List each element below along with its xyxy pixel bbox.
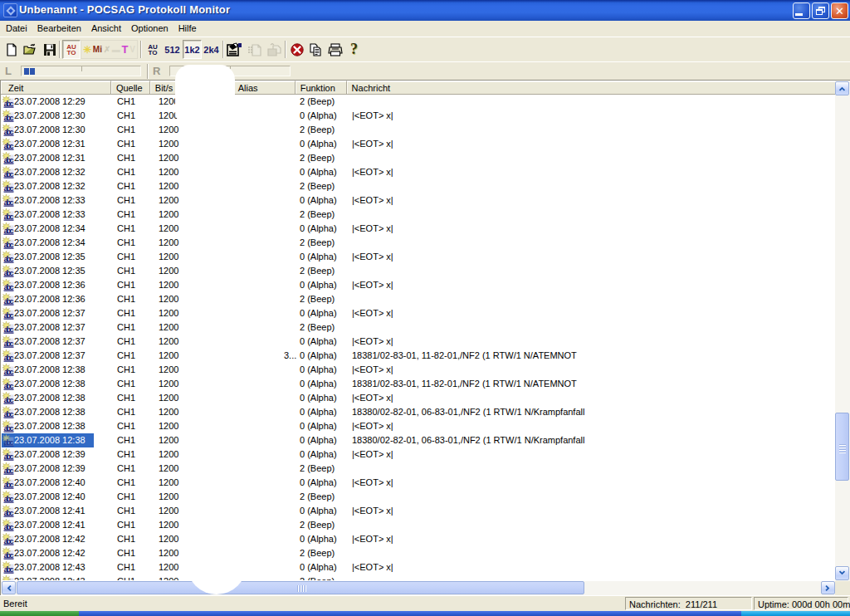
table-row[interactable]: abc23.07.2008 12:42CH112002 (Beep) <box>1 546 835 560</box>
table-row[interactable]: abc23.07.2008 12:37CH112000 (Alpha)|<EOT… <box>1 335 835 349</box>
abc-message-icon: abc <box>2 462 14 475</box>
table-row[interactable]: abc23.07.2008 12:35CH112000 (Alpha)|<EOT… <box>1 250 835 264</box>
cell-bits: 1200 <box>159 407 178 417</box>
menu-optionen[interactable]: Optionen <box>126 22 173 36</box>
start-button-fragment[interactable] <box>0 611 79 616</box>
table-row[interactable]: abc23.07.2008 12:38CH112000 (Alpha)18381… <box>1 377 835 391</box>
minimize-button[interactable] <box>793 2 810 19</box>
cell-funktion: 0 (Alpha) <box>300 407 337 417</box>
rate-512-button[interactable]: 512 <box>163 40 182 59</box>
table-row[interactable]: abc23.07.2008 12:33CH112000 (Alpha)|<EOT… <box>1 193 835 208</box>
table-row[interactable]: abc23.07.2008 12:29CH112002 (Beep) <box>1 95 835 109</box>
table-row[interactable]: abc23.07.2008 12:37CH112002 (Beep) <box>1 320 835 335</box>
cell-funktion: 2 (Beep) <box>300 209 335 219</box>
table-row[interactable]: abc23.07.2008 12:41CH112000 (Alpha)|<EOT… <box>1 504 835 518</box>
cell-quelle: CH1 <box>117 534 135 544</box>
print-button[interactable] <box>325 40 344 59</box>
table-row[interactable]: abc23.07.2008 12:35CH112002 (Beep) <box>1 264 835 278</box>
cell-zeit: 23.07.2008 12:38 <box>14 407 85 417</box>
table-row[interactable]: abc23.07.2008 12:38CH112000 (Alpha)18380… <box>1 433 835 447</box>
level-meter-right <box>169 66 291 76</box>
save-button[interactable] <box>40 40 59 59</box>
vertical-scroll-thumb[interactable] <box>835 413 849 481</box>
cell-zeit: 23.07.2008 12:36 <box>14 294 85 304</box>
cell-zeit: 23.07.2008 12:37 <box>14 308 85 318</box>
table-row[interactable]: abc23.07.2008 12:37CH112003...0 (Alpha)1… <box>1 349 835 363</box>
restore-icon <box>816 7 825 15</box>
table-row[interactable]: abc23.07.2008 12:31CH112002 (Beep) <box>1 151 835 165</box>
column-header-quelle[interactable]: Quelle <box>111 81 150 95</box>
cell-funktion: 0 (Alpha) <box>300 364 337 374</box>
cell-funktion: 2 (Beep) <box>300 153 335 163</box>
horizontal-scrollbar[interactable] <box>1 581 836 595</box>
table-row[interactable]: abc23.07.2008 12:40CH112002 (Beep) <box>1 490 835 504</box>
table-row[interactable]: abc23.07.2008 12:38CH112000 (Alpha)|<EOT… <box>1 363 835 377</box>
cell-funktion: 2 (Beep) <box>300 322 335 332</box>
scroll-down-button[interactable] <box>835 566 849 580</box>
help-button[interactable]: ? <box>344 40 364 59</box>
table-row[interactable]: abc23.07.2008 12:32CH112000 (Alpha)|<EOT… <box>1 165 835 179</box>
auto-rate-button[interactable]: AUTO <box>144 40 162 59</box>
cell-bits: 1200 <box>159 308 178 318</box>
cell-bits: 1200 <box>159 110 178 120</box>
export-button-disabled[interactable] <box>264 40 283 59</box>
table-row[interactable]: abc23.07.2008 12:39CH112000 (Alpha)|<EOT… <box>1 447 835 462</box>
copy-button[interactable] <box>306 40 325 59</box>
svg-text:abc: abc <box>4 565 14 574</box>
abc-message-icon: abc <box>2 533 14 545</box>
cell-quelle: CH1 <box>117 322 135 332</box>
table-row[interactable]: abc23.07.2008 12:36CH112000 (Alpha)|<EOT… <box>1 278 835 292</box>
cell-funktion: 0 (Alpha) <box>300 350 337 360</box>
column-header-bit-s[interactable]: Bit/s <box>150 81 233 95</box>
table-row[interactable]: abc23.07.2008 12:36CH112002 (Beep) <box>1 292 835 306</box>
table-row[interactable]: abc23.07.2008 12:42CH112000 (Alpha)|<EOT… <box>1 532 835 546</box>
thumb-grip <box>300 585 300 592</box>
rate-2k4-button[interactable]: 2k4 <box>202 40 221 59</box>
paste-button-disabled[interactable] <box>245 40 264 59</box>
table-row[interactable]: abc23.07.2008 12:34CH112002 (Beep) <box>1 236 835 250</box>
close-button[interactable]: ✕ <box>831 2 848 19</box>
chevron-left-icon <box>5 584 12 592</box>
menu-hilfe[interactable]: Hilfe <box>173 22 202 36</box>
table-row[interactable]: abc23.07.2008 12:43CH112002 (Beep) <box>1 574 835 580</box>
table-row[interactable]: abc23.07.2008 12:34CH112000 (Alpha)|<EOT… <box>1 222 835 236</box>
menu-datei[interactable]: Datei <box>1 22 32 36</box>
table-row[interactable]: abc23.07.2008 12:33CH112002 (Beep) <box>1 208 835 222</box>
table-row[interactable]: abc23.07.2008 12:39CH112002 (Beep) <box>1 462 835 476</box>
column-header-nachricht[interactable]: Nachricht <box>347 81 835 95</box>
column-header-zeit[interactable]: Zeit <box>1 81 111 95</box>
column-header-funktion[interactable]: Funktion <box>296 81 347 95</box>
cell-quelle: CH1 <box>117 96 135 106</box>
new-file-button[interactable] <box>2 40 21 59</box>
vertical-scrollbar[interactable] <box>835 81 850 581</box>
restore-button[interactable] <box>812 2 829 19</box>
table-row[interactable]: abc23.07.2008 12:30CH112002 (Beep) <box>1 123 835 137</box>
rate-1k2-button[interactable]: 1k2 <box>183 40 202 59</box>
table-row[interactable]: abc23.07.2008 12:37CH112000 (Alpha)|<EOT… <box>1 306 835 320</box>
menu-ansicht[interactable]: Ansicht <box>86 22 126 36</box>
scroll-right-button[interactable] <box>821 581 835 594</box>
table-row[interactable]: abc23.07.2008 12:41CH112002 (Beep) <box>1 518 835 532</box>
column-header-alias[interactable]: Alias <box>233 81 296 95</box>
thumb-grip <box>839 444 846 445</box>
toolbar-separator <box>285 41 286 58</box>
scroll-left-button[interactable] <box>2 581 16 594</box>
open-file-button[interactable] <box>21 40 40 59</box>
table-row[interactable]: abc23.07.2008 12:40CH112000 (Alpha)|<EOT… <box>1 476 835 490</box>
properties-button[interactable] <box>225 40 244 59</box>
table-row[interactable]: abc23.07.2008 12:30CH112000 (Alpha)|<EOT… <box>1 109 835 123</box>
table-row[interactable]: abc23.07.2008 12:32CH112002 (Beep) <box>1 179 835 193</box>
delete-all-button[interactable] <box>287 40 306 59</box>
scroll-up-button[interactable] <box>835 81 849 95</box>
horizontal-scroll-thumb[interactable] <box>17 581 584 594</box>
table-row[interactable]: abc23.07.2008 12:43CH112000 (Alpha)|<EOT… <box>1 560 835 574</box>
table-row[interactable]: abc23.07.2008 12:38CH112000 (Alpha)|<EOT… <box>1 419 835 433</box>
svg-text:abc: abc <box>4 254 14 263</box>
table-row[interactable]: abc23.07.2008 12:38CH112000 (Alpha)|<EOT… <box>1 391 835 405</box>
abc-message-icon: abc <box>2 208 14 221</box>
auto-rx-button[interactable]: AUTO <box>62 40 81 59</box>
table-row[interactable]: abc23.07.2008 12:31CH112000 (Alpha)|<EOT… <box>1 137 835 151</box>
abc-message-icon: abc <box>2 222 14 235</box>
table-row[interactable]: abc23.07.2008 12:38CH112000 (Alpha)18380… <box>1 405 835 419</box>
menu-bearbeiten[interactable]: Bearbeiten <box>32 22 86 36</box>
